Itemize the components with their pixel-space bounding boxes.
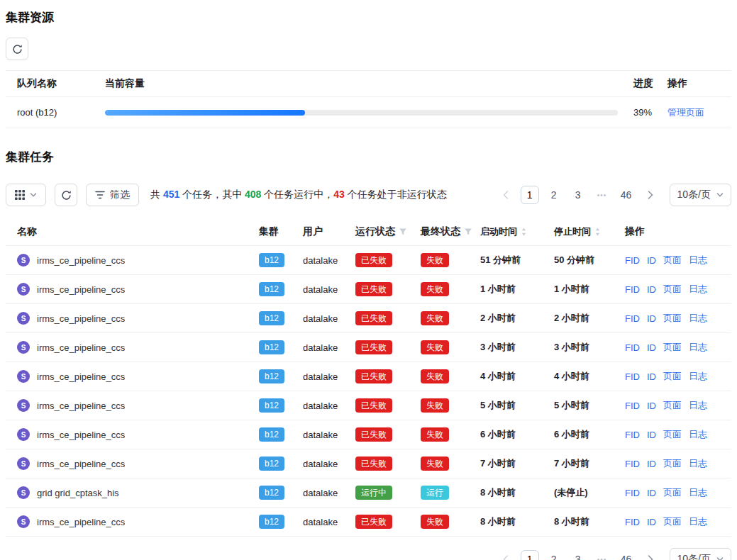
action-link-fid[interactable]: FID — [625, 401, 640, 411]
resources-refresh-button[interactable] — [6, 38, 28, 60]
capacity-progress-bar — [105, 110, 618, 116]
action-link-log[interactable]: 日志 — [689, 457, 707, 470]
task-row: S irms_ce_pipeline_ccs b12 datalake 已失败 … — [6, 420, 731, 449]
filter-funnel-icon[interactable] — [399, 228, 407, 236]
action-link-log[interactable]: 日志 — [689, 370, 707, 383]
col-header-final-status: 最终状态 — [421, 225, 480, 238]
task-actions: FIDID页面日志 — [625, 370, 731, 383]
task-name: irms_ce_pipeline_ccs — [37, 401, 125, 411]
start-time: 4 小时前 — [480, 370, 554, 383]
cluster-tag: b12 — [259, 340, 284, 354]
queue-name: root (b12) — [6, 107, 94, 118]
sorter-icon[interactable] — [594, 227, 601, 237]
pagination-prev-button[interactable] — [497, 550, 515, 560]
action-link-id[interactable]: ID — [647, 255, 656, 266]
spark-avatar: S — [17, 399, 30, 412]
action-link-log[interactable]: 日志 — [689, 254, 707, 267]
pagination-page-46[interactable]: 46 — [617, 186, 636, 204]
action-link-page[interactable]: 页面 — [663, 515, 682, 528]
action-link-log[interactable]: 日志 — [689, 515, 707, 528]
action-link-id[interactable]: ID — [647, 517, 656, 527]
pagination-page-3[interactable]: 3 — [569, 186, 587, 204]
action-link-fid[interactable]: FID — [625, 342, 640, 353]
stop-time: 8 小时前 — [554, 515, 625, 528]
action-link-id[interactable]: ID — [647, 284, 656, 295]
task-actions: FIDID页面日志 — [625, 312, 731, 325]
action-link-fid[interactable]: FID — [625, 371, 640, 382]
filter-button[interactable]: 筛选 — [86, 184, 139, 206]
pagination-next-button[interactable] — [641, 550, 660, 560]
action-link-log[interactable]: 日志 — [689, 341, 707, 354]
action-link-page[interactable]: 页面 — [663, 254, 682, 267]
cluster-tag: b12 — [259, 282, 284, 296]
action-link-fid[interactable]: FID — [625, 313, 640, 324]
run-status-badge: 已失败 — [355, 369, 392, 383]
action-link-page[interactable]: 页面 — [663, 312, 682, 325]
final-status-badge: 失败 — [421, 311, 449, 325]
action-link-fid[interactable]: FID — [625, 430, 640, 440]
pagination-page-1[interactable]: 1 — [521, 186, 539, 204]
page-size-select[interactable]: 10条/页 — [670, 184, 731, 206]
action-link-page[interactable]: 页面 — [663, 341, 682, 354]
action-link-page[interactable]: 页面 — [663, 486, 682, 499]
col-header-stop-time: 停止时间 — [554, 225, 625, 238]
filter-funnel-icon[interactable] — [464, 228, 472, 236]
action-link-fid[interactable]: FID — [625, 488, 640, 498]
action-link-log[interactable]: 日志 — [689, 486, 707, 499]
cluster-tasks-title: 集群任务 — [6, 150, 731, 165]
action-link-fid[interactable]: FID — [625, 459, 640, 469]
pagination-ellipsis[interactable]: ••• — [593, 550, 611, 560]
action-link-id[interactable]: ID — [647, 488, 656, 498]
action-link-page[interactable]: 页面 — [663, 283, 682, 296]
final-status-badge: 运行 — [421, 486, 449, 500]
pagination-prev-button[interactable] — [497, 186, 515, 204]
failed-task-count: 43 — [333, 189, 345, 200]
task-row: S irms_ce_pipeline_ccs b12 datalake 已失败 … — [6, 391, 731, 420]
action-link-id[interactable]: ID — [647, 313, 656, 324]
action-link-id[interactable]: ID — [647, 401, 656, 411]
pagination-ellipsis[interactable]: ••• — [593, 186, 611, 204]
action-link-log[interactable]: 日志 — [689, 312, 707, 325]
spark-avatar: S — [17, 312, 30, 325]
action-link-page[interactable]: 页面 — [663, 399, 682, 412]
action-link-id[interactable]: ID — [647, 459, 656, 469]
pagination-page-46[interactable]: 46 — [617, 550, 636, 560]
action-link-log[interactable]: 日志 — [689, 428, 707, 441]
column-layout-button[interactable] — [6, 184, 46, 206]
action-link-fid[interactable]: FID — [625, 517, 640, 527]
cluster-tag: b12 — [259, 457, 284, 471]
spark-avatar: S — [17, 486, 30, 499]
page: 集群资源 队列名称 当前容量 进度 操作 root (b12) 39% 管理页面… — [0, 0, 737, 560]
tasks-table-header: 名称 集群 用户 运行状态 最终状态 启动时间 — [6, 218, 731, 246]
page-size-select[interactable]: 10条/页 — [670, 548, 731, 560]
action-link-page[interactable]: 页面 — [663, 428, 682, 441]
action-link-id[interactable]: ID — [647, 371, 656, 382]
pagination-next-button[interactable] — [641, 186, 660, 204]
cluster-tag: b12 — [259, 398, 284, 413]
task-row: S irms_ce_pipeline_ccs b12 datalake 已失败 … — [6, 449, 731, 478]
pagination-page-2[interactable]: 2 — [545, 550, 563, 560]
page-size-label: 10条/页 — [677, 553, 711, 560]
col-header-cluster: 集群 — [259, 225, 303, 238]
pagination-page-1[interactable]: 1 — [521, 550, 539, 560]
col-header-run-status: 运行状态 — [355, 225, 421, 238]
action-link-id[interactable]: ID — [647, 430, 656, 440]
action-link-log[interactable]: 日志 — [689, 399, 707, 412]
task-name: irms_ce_pipeline_ccs — [37, 459, 125, 469]
action-link-fid[interactable]: FID — [625, 284, 640, 295]
pagination-page-3[interactable]: 3 — [569, 550, 587, 560]
cluster-tag: b12 — [259, 427, 284, 442]
action-link-page[interactable]: 页面 — [663, 370, 682, 383]
sorter-icon[interactable] — [521, 227, 527, 237]
tasks-refresh-button[interactable] — [55, 184, 77, 206]
action-link-log[interactable]: 日志 — [689, 283, 707, 296]
action-link-fid[interactable]: FID — [625, 255, 640, 266]
action-link-page[interactable]: 页面 — [663, 457, 682, 470]
spark-avatar: S — [17, 341, 30, 354]
stop-time: 1 小时前 — [554, 283, 625, 296]
pagination-page-2[interactable]: 2 — [545, 186, 563, 204]
spark-avatar: S — [17, 515, 30, 528]
action-link-id[interactable]: ID — [647, 342, 656, 353]
task-actions: FIDID页面日志 — [625, 283, 731, 296]
manage-page-link[interactable]: 管理页面 — [667, 107, 704, 118]
